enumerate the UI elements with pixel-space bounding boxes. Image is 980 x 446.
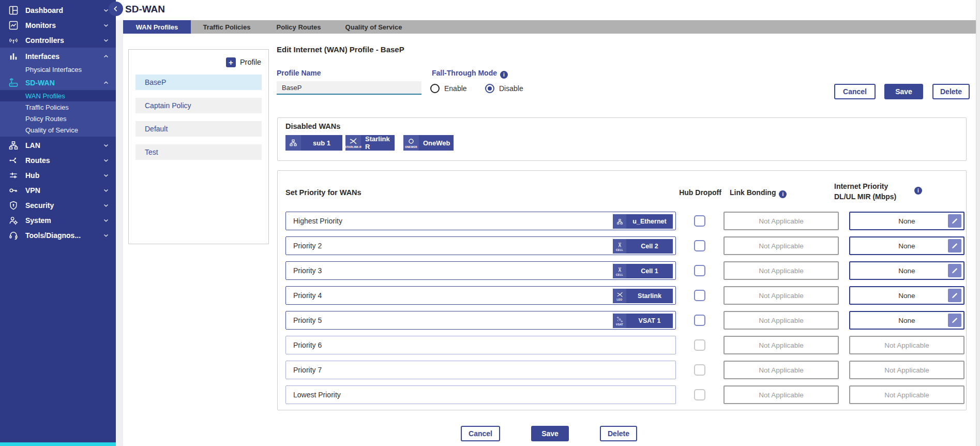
lan-icon [8, 140, 19, 151]
sidebar-item-quality-of-service[interactable]: Quality of Service [0, 124, 116, 136]
sidebar-item-hub[interactable]: Hub [0, 168, 116, 183]
sidebar-item-policy-routes[interactable]: Policy Routes [0, 113, 116, 124]
add-profile-button[interactable]: Profile [129, 57, 261, 67]
priority-row-7: Priority 7 Not Applicable Not Applicable [278, 361, 967, 379]
info-icon[interactable] [914, 187, 922, 195]
save-button-bottom[interactable]: Save [531, 426, 569, 441]
sidebar-item-vpn[interactable]: VPN [0, 183, 116, 198]
priority-row-6: Priority 6 Not Applicable Not Applicable [278, 336, 967, 354]
tab-traffic-policies[interactable]: Traffic Policies [191, 20, 263, 34]
sidebar-item-physical-interfaces[interactable]: Physical Interfaces [0, 64, 116, 75]
wan-chip-cell2[interactable]: CELL Cell 2 [613, 239, 673, 254]
sidebar-item-wan-profiles[interactable]: WAN Profiles [0, 90, 116, 101]
wan-chip-cell1[interactable]: CELL Cell 1 [613, 264, 673, 278]
priority-slot[interactable]: Lowest Priority [285, 385, 676, 404]
hub-dropoff-checkbox[interactable] [694, 215, 705, 227]
wan-chip-u-ethernet[interactable]: u_Ethernet [613, 214, 673, 229]
profile-name-input[interactable] [277, 81, 421, 95]
edit-pencil-button[interactable] [948, 264, 961, 277]
fall-through-disable-radio[interactable]: Disable [485, 84, 523, 93]
hub-dropoff-checkbox[interactable] [694, 315, 705, 326]
tab-quality-of-service[interactable]: Quality of Service [335, 20, 413, 34]
sidebar-item-controllers[interactable]: Controllers [0, 33, 116, 48]
priority-slot[interactable]: Priority 4 LEO Starlink [285, 286, 676, 305]
info-icon[interactable] [779, 190, 787, 198]
wan-chip-oneweb[interactable]: ONEWEB OneWeb [403, 135, 454, 151]
cancel-button-top[interactable]: Cancel [834, 84, 876, 99]
internet-priority-field: Not Applicable [849, 385, 964, 404]
pencil-icon [951, 317, 958, 324]
sidebar-item-security[interactable]: Security [0, 198, 116, 213]
internet-priority-field: None [849, 261, 964, 280]
profile-list-item[interactable]: BaseP [135, 75, 262, 90]
vertical-scrollbar[interactable] [976, 0, 980, 446]
sidebar-item-label: Security [25, 201, 54, 210]
sidebar-item-system[interactable]: System [0, 213, 116, 228]
sidebar-item-tools-diagnostics[interactable]: Tools/Diagnos... [0, 228, 116, 243]
page-header: SD-WAN [116, 0, 976, 20]
edit-pencil-button[interactable] [948, 214, 961, 228]
edit-pencil-button[interactable] [948, 239, 961, 252]
tab-policy-routes[interactable]: Policy Routes [263, 20, 335, 34]
wan-chip-starlink[interactable]: LEO Starlink [613, 289, 673, 303]
cell-tower-icon: CELL [613, 239, 626, 254]
shield-icon [8, 200, 19, 211]
chevron-up-icon [102, 53, 110, 60]
editor-title: Edit Internet (WAN) Profile - BaseP [277, 45, 404, 54]
edit-pencil-button[interactable] [948, 314, 961, 327]
interfaces-icon [8, 51, 19, 62]
app-window: Dashboard Monitors Controllers Interface… [0, 0, 980, 446]
fall-through-enable-radio[interactable]: Enable [430, 84, 467, 93]
disabled-wans-box: Disabled WANs sub 1 STARLINK-R Starlink … [277, 117, 967, 161]
hub-dropoff-checkbox[interactable] [694, 240, 705, 251]
priority-slot[interactable]: Highest Priority u_Ethernet [285, 212, 676, 230]
chevron-down-icon [102, 232, 110, 239]
sidebar-collapse-button[interactable] [109, 2, 123, 16]
priority-slot[interactable]: Priority 6 [285, 336, 676, 354]
delete-button-bottom[interactable]: Delete [600, 426, 637, 441]
sidebar-item-label: Interfaces [25, 52, 59, 61]
wan-chip-sub1[interactable]: sub 1 [285, 135, 342, 151]
priority-slot[interactable]: Priority 3 CELL Cell 1 [285, 261, 676, 280]
sidebar-item-interfaces[interactable]: Interfaces [0, 49, 116, 64]
edit-pencil-button[interactable] [948, 289, 961, 302]
sidebar-scroll-gutter[interactable] [116, 0, 123, 446]
satellite-icon: VSAT [613, 314, 626, 328]
pencil-icon [951, 267, 958, 274]
sidebar-item-label: Tools/Diagnos... [25, 231, 81, 240]
chevron-down-icon [102, 172, 110, 179]
wan-chip-vsat1[interactable]: VSAT VSAT 1 [613, 314, 673, 328]
sidebar-item-traffic-policies[interactable]: Traffic Policies [0, 101, 116, 113]
profile-list-item[interactable]: Default [135, 121, 262, 137]
priority-slot[interactable]: Priority 7 [285, 361, 676, 379]
hub-dropoff-checkbox[interactable] [694, 265, 705, 276]
priority-box: Set Priority for WANs Hub Dropoff Link B… [277, 170, 967, 410]
cancel-button-bottom[interactable]: Cancel [461, 426, 500, 441]
delete-button-top[interactable]: Delete [932, 84, 970, 99]
wan-chip-starlink-r[interactable]: STARLINK-R Starlink R [345, 135, 395, 151]
sidebar-item-sd-wan[interactable]: SD-WAN [0, 75, 116, 90]
disabled-wans-chips: sub 1 STARLINK-R Starlink R ONEWEB OneWe… [285, 135, 454, 151]
profile-list-item[interactable]: Test [135, 144, 262, 160]
tab-wan-profiles[interactable]: WAN Profiles [123, 20, 191, 34]
profile-list-item[interactable]: Captain Policy [135, 98, 262, 113]
link-bonding-field: Not Applicable [723, 385, 839, 404]
priority-slot[interactable]: Priority 2 CELL Cell 2 [285, 236, 676, 255]
sidebar-item-dashboard[interactable]: Dashboard [0, 3, 116, 18]
sidebar-item-lan[interactable]: LAN [0, 138, 116, 153]
save-button-top[interactable]: Save [884, 84, 923, 99]
sidebar-item-label: Physical Interfaces [25, 66, 82, 73]
sidebar-item-routes[interactable]: Routes [0, 153, 116, 168]
hub-dropoff-checkbox[interactable] [694, 290, 705, 301]
hub-icon [8, 170, 19, 181]
controllers-icon [8, 35, 19, 46]
info-icon[interactable] [500, 71, 508, 79]
sidebar-item-monitors[interactable]: Monitors [0, 18, 116, 33]
chevron-down-icon [102, 157, 110, 164]
priority-slot[interactable]: Priority 5 VSAT VSAT 1 [285, 311, 676, 330]
hub-dropoff-checkbox-disabled [694, 364, 705, 376]
link-bonding-field: Not Applicable [723, 336, 839, 354]
priority-row-5: Priority 5 VSAT VSAT 1 Not Applicable No… [278, 311, 967, 330]
hub-dropoff-checkbox-disabled [694, 389, 705, 400]
ethernet-icon [285, 135, 301, 151]
